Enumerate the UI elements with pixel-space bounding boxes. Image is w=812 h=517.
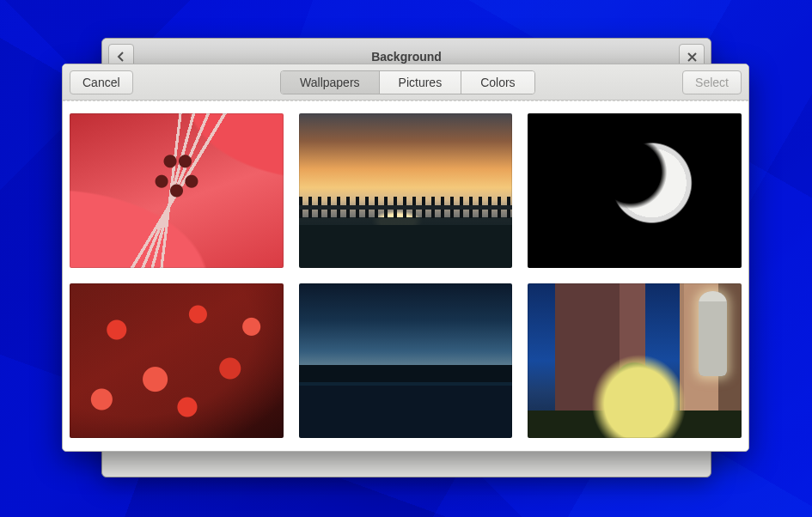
tab-colors[interactable]: Colors	[461, 71, 534, 94]
wallpaper-thumb[interactable]	[299, 283, 513, 438]
tab-pictures[interactable]: Pictures	[380, 71, 462, 94]
wallpaper-picker-dialog: Cancel Wallpapers Pictures Colors Select	[62, 64, 749, 452]
select-button[interactable]: Select	[682, 70, 742, 94]
cancel-button[interactable]: Cancel	[70, 70, 133, 94]
wallpaper-thumb[interactable]	[528, 113, 742, 268]
close-icon	[687, 52, 697, 62]
wallpaper-grid	[70, 113, 742, 438]
wallpaper-thumb[interactable]	[528, 283, 742, 438]
source-tabs: Wallpapers Pictures Colors	[280, 70, 535, 94]
tab-wallpapers[interactable]: Wallpapers	[281, 71, 380, 94]
wallpaper-thumb[interactable]	[70, 283, 284, 438]
background-window-title: Background	[371, 50, 442, 64]
wallpaper-grid-scroll[interactable]	[63, 100, 748, 451]
dialog-header: Cancel Wallpapers Pictures Colors Select	[63, 64, 748, 100]
wallpaper-thumb[interactable]	[70, 113, 284, 268]
wallpaper-thumb[interactable]	[299, 113, 513, 268]
chevron-left-icon	[117, 52, 125, 62]
